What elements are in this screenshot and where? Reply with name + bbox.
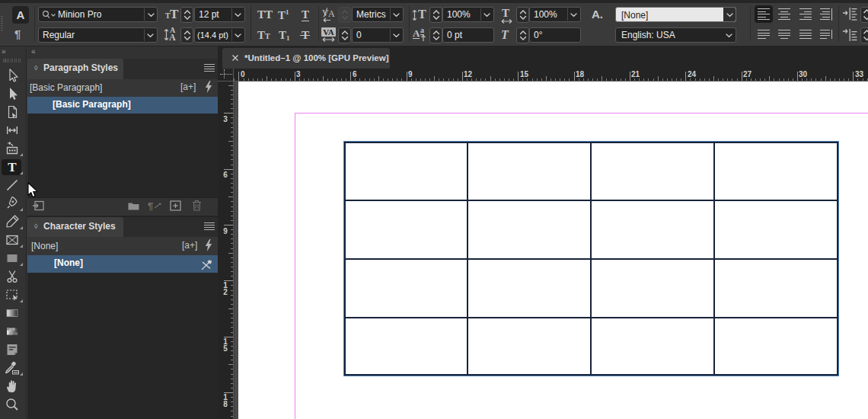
svg-text:T: T [8,160,17,174]
